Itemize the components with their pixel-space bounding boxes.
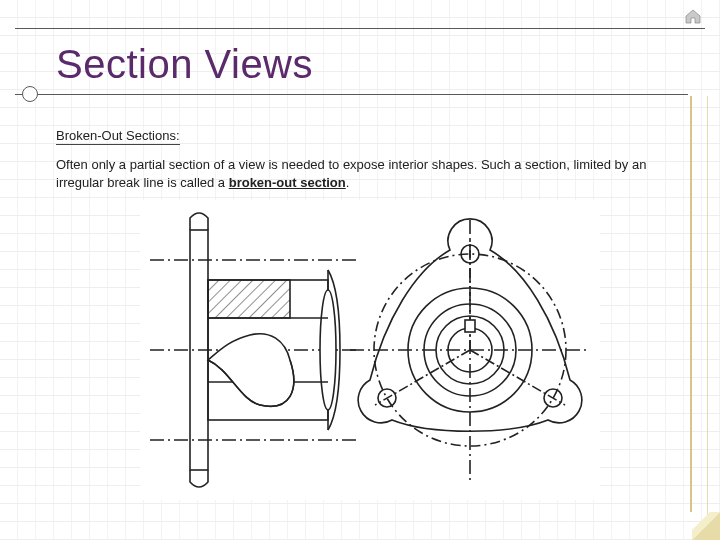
body-post: . <box>346 175 350 190</box>
page-curl-icon <box>692 512 720 540</box>
body-text: Often only a partial section of a view i… <box>56 156 664 191</box>
decor-line-2 <box>707 96 708 528</box>
technical-drawing <box>140 200 600 500</box>
svg-rect-23 <box>465 320 475 332</box>
svg-line-13 <box>470 350 565 405</box>
home-icon[interactable] <box>684 8 702 24</box>
body-pre: Often only a partial section of a view i… <box>56 157 646 190</box>
top-rule <box>15 28 705 29</box>
page-title: Section Views <box>56 42 313 87</box>
svg-point-7 <box>320 290 336 410</box>
decor-line-1 <box>690 96 692 512</box>
body-bold: broken-out section <box>229 175 346 190</box>
bullet-marker <box>22 86 38 102</box>
sub-heading: Broken-Out Sections: <box>56 128 180 145</box>
svg-line-14 <box>375 350 470 405</box>
title-rule <box>15 94 688 95</box>
